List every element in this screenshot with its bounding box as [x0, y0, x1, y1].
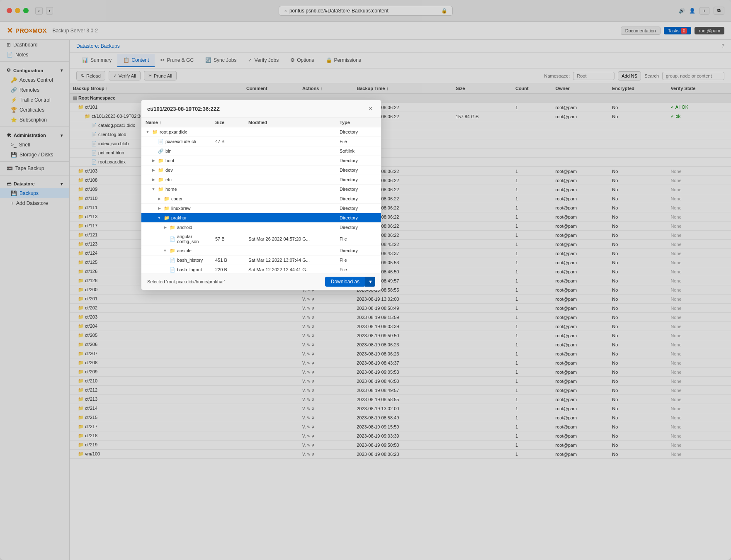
list-item[interactable]: 📄 bash_history 451 B Sat Mar 12 2022 13:… [141, 256, 381, 265]
symlink-icon: 🔗 [158, 149, 164, 154]
file-size: 451 B [215, 258, 248, 263]
list-item[interactable]: ▶ 📁 android Directory [141, 223, 381, 232]
file-name: bin [165, 149, 172, 153]
folder-icon: 📁 [158, 177, 164, 183]
download-dropdown-button[interactable]: ▼ [365, 277, 375, 287]
file-name: etc [165, 177, 172, 182]
expand-icon[interactable]: ▶ [151, 167, 156, 173]
file-type: Directory [340, 168, 377, 173]
file-type: Directory [340, 177, 377, 182]
spacer [162, 236, 168, 242]
list-item[interactable]: 🔗 bin Softlink [141, 146, 381, 156]
selected-text: Selected 'root.pxar.didx/home/prakhar' [147, 279, 225, 284]
spacer [162, 267, 168, 273]
file-size: 220 B [215, 267, 248, 272]
spacer [151, 148, 156, 154]
file-name: android [177, 225, 192, 230]
file-type: File [340, 267, 377, 272]
file-name: bash_history [177, 258, 203, 263]
file-name: root.pxar.didx [160, 129, 187, 134]
expand-icon[interactable]: ▶ [151, 177, 156, 183]
expand-icon[interactable]: ▼ [145, 129, 151, 135]
file-icon: 📄 [170, 236, 175, 242]
modal-overlay: ct/101/2023-08-19T02:36:22Z × Name ↑ Siz… [0, 0, 731, 560]
spacer [162, 257, 168, 263]
list-item[interactable]: ▼ 📁 root.pxar.didx Directory [141, 127, 381, 137]
modal-content: ▼ 📁 root.pxar.didx Directory 📄 pxarexclu… [141, 127, 381, 273]
modal-title: ct/101/2023-08-19T02:36:22Z [147, 106, 220, 112]
file-icon: 📄 [158, 139, 164, 144]
folder-icon: 📁 [158, 158, 164, 163]
file-type: Directory [340, 248, 377, 253]
file-type: Directory [340, 158, 377, 163]
file-type: File [340, 139, 377, 144]
expand-icon[interactable]: ▶ [156, 205, 162, 211]
folder-icon: 📁 [170, 225, 175, 230]
spacer [151, 139, 156, 144]
file-icon: 📄 [170, 258, 175, 263]
file-browser-modal: ct/101/2023-08-19T02:36:22Z × Name ↑ Siz… [141, 100, 381, 290]
download-button-group: Download as ▼ [325, 277, 375, 287]
expand-icon[interactable]: ▶ [162, 224, 168, 230]
list-item[interactable]: ▼ 📁 ansible Directory [141, 246, 381, 256]
list-item[interactable]: ▼ 📁 prakhar Directory [141, 213, 381, 223]
folder-icon: 📁 [164, 215, 170, 221]
file-name: dev [165, 168, 173, 173]
list-item[interactable]: ▶ 📁 boot Directory [141, 156, 381, 166]
file-type: Directory [340, 225, 377, 230]
modal-close-button[interactable]: × [366, 104, 375, 113]
list-item[interactable]: ▶ 📁 etc Directory [141, 175, 381, 185]
file-type: Directory [340, 215, 377, 220]
modal-table-header: Name ↑ Size Modified Type [141, 118, 381, 127]
file-name: ansible [177, 248, 192, 253]
expand-icon[interactable]: ▼ [156, 215, 162, 221]
file-type: File [340, 236, 377, 241]
list-item[interactable]: ▶ 📁 linuxbrew Directory [141, 204, 381, 213]
file-modified: Sat Mar 26 2022 04:57:20 G... [248, 236, 340, 241]
list-item[interactable]: 📄 bash_logout 220 B Sat Mar 12 2022 12:4… [141, 265, 381, 273]
modal-footer: Selected 'root.pxar.didx/home/prakhar' D… [141, 273, 381, 290]
file-name: coder [171, 196, 183, 201]
download-as-button[interactable]: Download as [325, 277, 365, 287]
file-name: prakhar [171, 215, 187, 220]
folder-icon: 📁 [164, 196, 170, 202]
file-type: File [340, 258, 377, 263]
col-size-header[interactable]: Size [215, 120, 248, 125]
col-type-header[interactable]: Type [340, 120, 377, 125]
file-type: Directory [340, 187, 377, 192]
list-item[interactable]: ▶ 📁 dev Directory [141, 166, 381, 175]
expand-icon[interactable]: ▼ [162, 248, 168, 253]
list-item[interactable]: ▼ 📁 home Directory [141, 185, 381, 194]
folder-icon: 📁 [170, 248, 175, 253]
col-name-header[interactable]: Name ↑ [146, 120, 215, 125]
file-type: Directory [340, 129, 377, 134]
folder-icon: 📁 [158, 168, 164, 173]
col-modified-header[interactable]: Modified [248, 120, 340, 125]
folder-icon: 📁 [158, 187, 164, 192]
modal-header: ct/101/2023-08-19T02:36:22Z × [141, 100, 381, 118]
list-item[interactable]: 📄 angular-config.json 57 B Sat Mar 26 20… [141, 232, 381, 246]
expand-icon[interactable]: ▶ [156, 196, 162, 202]
file-type: Directory [340, 206, 377, 211]
file-name: pxarexclude-cli [165, 139, 196, 144]
file-type: Softlink [340, 149, 377, 153]
file-modified: Sat Mar 12 2022 13:07:44 G... [248, 258, 340, 263]
file-name: boot [165, 158, 174, 163]
file-type: Directory [340, 196, 377, 201]
folder-icon: 📁 [152, 129, 158, 135]
expand-icon[interactable]: ▶ [151, 158, 156, 163]
file-name: bash_logout [177, 267, 202, 272]
list-item[interactable]: ▶ 📁 coder Directory [141, 194, 381, 204]
file-modified: Sat Mar 12 2022 12:44:41 G... [248, 267, 340, 272]
file-size: 47 B [215, 139, 248, 144]
expand-icon[interactable]: ▼ [151, 186, 156, 192]
file-name: angular-config.json [177, 234, 215, 244]
list-item[interactable]: 📄 pxarexclude-cli 47 B File [141, 137, 381, 146]
file-name: home [165, 187, 177, 192]
folder-icon: 📁 [164, 206, 170, 211]
file-size: 57 B [215, 236, 248, 241]
file-icon: 📄 [170, 267, 175, 273]
file-name: linuxbrew [171, 206, 190, 211]
